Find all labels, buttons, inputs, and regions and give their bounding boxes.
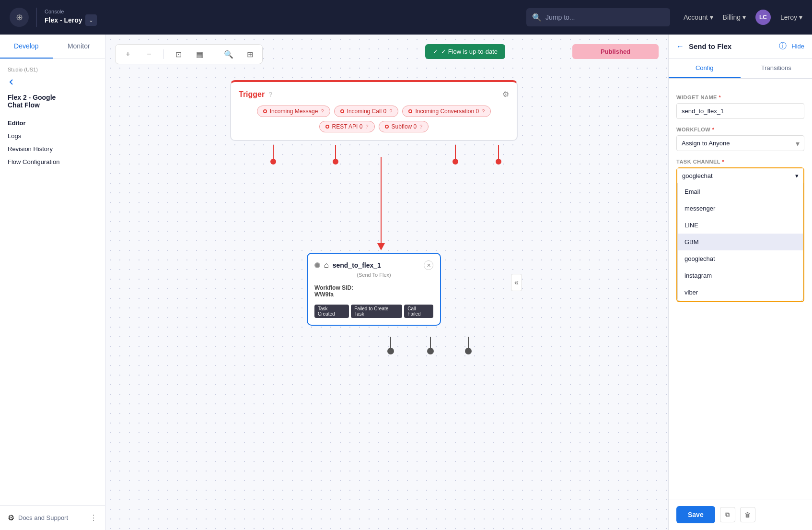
- toolbar-divider: [163, 49, 164, 59]
- zoom-out-button[interactable]: −: [142, 47, 156, 61]
- flex-node-status-dot: [314, 262, 320, 268]
- flex-node-title: send_to_flex_1: [333, 261, 420, 269]
- copy-button[interactable]: ⧉: [720, 507, 735, 522]
- flex-node-close-button[interactable]: ✕: [424, 260, 433, 270]
- trigger-pills: Incoming Message ? Incoming Call 0 ? Inc…: [239, 106, 509, 132]
- grid-toggle-button[interactable]: ▦: [193, 47, 206, 61]
- user-avatar[interactable]: LC: [755, 10, 771, 25]
- dropdown-option-gbm[interactable]: GBM: [678, 234, 803, 250]
- user-menu[interactable]: Leroy ▾: [780, 13, 802, 21]
- tab-monitor[interactable]: Monitor: [53, 35, 105, 59]
- right-panel-info-icon[interactable]: ⓘ: [779, 41, 787, 51]
- canvas-toolbar: + − ⊡ ▦ 🔍 ⊞: [115, 44, 263, 64]
- dropdown-option-viber[interactable]: viber: [678, 284, 803, 301]
- billing-chevron-icon: ▾: [742, 13, 746, 21]
- svg-point-15: [333, 159, 338, 165]
- app-name-row: Flex - Leroy ⌄: [45, 14, 97, 26]
- trigger-settings-icon[interactable]: ⚙: [502, 90, 509, 99]
- workflow-select[interactable]: Assign to Anyone: [676, 135, 804, 151]
- fit-screen-button[interactable]: ⊡: [172, 47, 185, 61]
- docs-support-link[interactable]: Docs and Support: [18, 514, 68, 521]
- right-panel-back-button[interactable]: ←: [676, 42, 684, 51]
- sidebar-item-revision-history[interactable]: Revision History: [8, 142, 97, 155]
- svg-point-11: [387, 348, 394, 354]
- dropdown-option-googlechat[interactable]: googlechat: [678, 250, 803, 267]
- task-channel-label: TASK CHANNEL: [676, 159, 804, 165]
- app-chevron-button[interactable]: ⌄: [85, 14, 97, 26]
- pill-help-icon: ?: [321, 108, 324, 114]
- flex-node-info: Workflow SID: WW9fa: [314, 283, 433, 300]
- app-selector: Console Flex - Leroy ⌄: [45, 9, 97, 26]
- right-panel-header: ← Send to Flex ⓘ Hide: [669, 35, 812, 59]
- dropdown-option-line[interactable]: LINE: [678, 217, 803, 234]
- widget-name-input[interactable]: [676, 103, 804, 119]
- workflow-sid-label: Workflow SID:: [314, 284, 353, 291]
- right-panel-hide-button[interactable]: Hide: [791, 43, 804, 50]
- svg-marker-7: [377, 243, 385, 250]
- back-button[interactable]: [8, 78, 97, 86]
- task-channel-options: Email messenger LINE GBM googlechat inst…: [677, 183, 803, 301]
- tab-config[interactable]: Config: [669, 59, 741, 78]
- dropdown-option-email[interactable]: Email: [678, 183, 803, 200]
- user-chevron-icon: ▾: [799, 13, 802, 21]
- toolbar-divider-2: [214, 49, 214, 59]
- task-channel-current-value: googlechat: [682, 172, 713, 179]
- sidebar-content: Studio (US1) Flex 2 - Google Chat Flow E…: [0, 59, 105, 176]
- app-name: Flex - Leroy: [45, 16, 82, 24]
- task-channel-dropdown[interactable]: googlechat ▾ Email messenger LINE GBM go…: [676, 167, 804, 302]
- pill-help-icon-2: ?: [389, 108, 392, 114]
- workflow-select-wrap: Assign to Anyone ▾: [676, 135, 804, 151]
- right-panel-footer: Save ⧉ 🗑: [669, 499, 812, 530]
- flex-node-subtitle: (Send To Flex): [314, 272, 433, 278]
- task-channel-select-row[interactable]: googlechat ▾: [677, 168, 803, 183]
- tab-transitions[interactable]: Transitions: [741, 59, 812, 78]
- trigger-pill-subflow[interactable]: Subflow 0 ?: [379, 121, 429, 132]
- sidebar-tabs: Develop Monitor: [0, 35, 105, 59]
- zoom-in-button[interactable]: +: [121, 47, 135, 61]
- sidebar-item-editor[interactable]: Editor: [8, 117, 97, 130]
- delete-button[interactable]: 🗑: [740, 507, 755, 522]
- trigger-help-icon: ?: [268, 91, 272, 98]
- table-view-button[interactable]: ⊞: [243, 47, 256, 61]
- top-navigation: ⊕ Console Flex - Leroy ⌄ 🔍 Account ▾ Bil…: [0, 0, 812, 35]
- flow-status-button[interactable]: ✓ ✓ Flow is up-to-date: [425, 44, 505, 59]
- right-panel-tabs: Config Transitions: [669, 59, 812, 79]
- svg-point-14: [270, 159, 276, 165]
- trigger-pill-incoming-message[interactable]: Incoming Message ?: [257, 106, 330, 117]
- tab-develop[interactable]: Develop: [0, 35, 53, 59]
- trigger-pill-incoming-call[interactable]: Incoming Call 0 ?: [334, 106, 399, 117]
- main-layout: Develop Monitor Studio (US1) Flex 2 - Go…: [0, 35, 812, 530]
- more-options-icon[interactable]: ⋮: [90, 513, 97, 522]
- pill-help-icon-4: ?: [365, 124, 368, 130]
- search-bar[interactable]: 🔍: [526, 8, 670, 26]
- trigger-pill-rest-api[interactable]: REST API 0 ?: [319, 121, 375, 132]
- account-menu[interactable]: Account ▾: [684, 13, 713, 21]
- trigger-node: Trigger ? ⚙ Incoming Message ? Incoming …: [230, 80, 518, 141]
- search-button[interactable]: 🔍: [222, 47, 235, 61]
- sidebar-item-logs[interactable]: Logs: [8, 130, 97, 142]
- top-nav-right: Account ▾ Billing ▾ LC Leroy ▾: [684, 10, 802, 25]
- collapse-panel-button[interactable]: «: [511, 274, 522, 291]
- svg-point-17: [496, 159, 501, 165]
- flex-node: ⌂ send_to_flex_1 ✕ (Send To Flex) Workfl…: [307, 253, 441, 326]
- task-channel-section: TASK CHANNEL googlechat ▾ Email messenge…: [676, 159, 804, 302]
- right-panel: ← Send to Flex ⓘ Hide Config Transitions…: [668, 35, 812, 530]
- dropdown-option-messenger[interactable]: messenger: [678, 200, 803, 217]
- trigger-pill-incoming-conversation[interactable]: Incoming Conversation 0 ?: [402, 106, 491, 117]
- right-panel-body: WIDGET NAME WORKFLOW Assign to Anyone ▾ …: [669, 79, 812, 499]
- dropdown-option-instagram[interactable]: instagram: [678, 267, 803, 284]
- docs-support-icon: ⚙: [8, 513, 14, 522]
- billing-menu[interactable]: Billing ▾: [723, 13, 746, 21]
- published-button[interactable]: Published: [572, 44, 659, 59]
- save-button[interactable]: Save: [676, 506, 715, 523]
- workflow-field-label: WORKFLOW: [676, 127, 804, 132]
- nav-divider: [36, 8, 37, 27]
- sidebar: Develop Monitor Studio (US1) Flex 2 - Go…: [0, 35, 105, 530]
- pill-help-icon-3: ?: [482, 108, 485, 114]
- logo-icon: ⊕: [10, 8, 29, 27]
- sidebar-item-flow-configuration[interactable]: Flow Configuration: [8, 155, 97, 168]
- checkmark-icon: ✓: [433, 48, 438, 55]
- search-input[interactable]: [545, 13, 664, 21]
- workflow-sid-value: WW9fa: [314, 291, 334, 298]
- right-panel-title: Send to Flex: [689, 42, 774, 50]
